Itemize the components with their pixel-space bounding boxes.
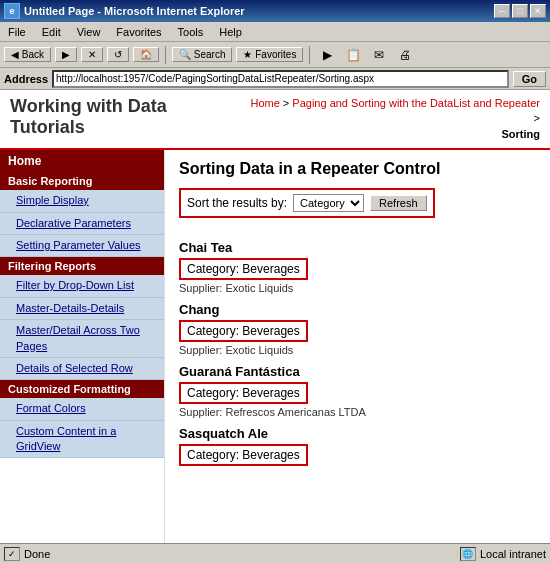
nav-item-format-colors[interactable]: Format Colors — [0, 398, 164, 420]
product-item-chang: Chang Category: Beverages Supplier: Exot… — [179, 302, 536, 356]
search-browser-button[interactable]: 🔍 Search — [172, 47, 232, 62]
print-button[interactable]: 🖨 — [394, 45, 416, 65]
stop-button[interactable]: ✕ — [81, 47, 103, 62]
minimize-button[interactable]: ─ — [494, 4, 510, 18]
toolbar: ◀ Back ▶ ✕ ↺ 🏠 🔍 Search ★ Favorites ▶ 📋 … — [0, 42, 550, 68]
home-browser-button[interactable]: 🏠 — [133, 47, 159, 62]
ie-icon: e — [4, 3, 20, 19]
product-name-chang: Chang — [179, 302, 536, 317]
menu-favorites[interactable]: Favorites — [112, 25, 165, 39]
content-title: Sorting Data in a Repeater Control — [179, 160, 536, 178]
nav-item-simple-display[interactable]: Simple Display — [0, 190, 164, 212]
go-button[interactable]: Go — [513, 71, 546, 87]
status-icon: ✓ — [4, 547, 20, 561]
mail-button[interactable]: ✉ — [368, 45, 390, 65]
content-layout: Home Basic Reporting Simple Display Decl… — [0, 150, 550, 543]
product-category-guarana: Category: Beverages — [179, 382, 308, 404]
breadcrumb-link2[interactable]: Paging and Sorting with the DataList and… — [292, 97, 540, 109]
menu-tools[interactable]: Tools — [174, 25, 208, 39]
favorites-browser-button[interactable]: ★ Favorites — [236, 47, 303, 62]
nav-item-setting-parameter-values[interactable]: Setting Parameter Values — [0, 235, 164, 257]
sort-label: Sort the results by: — [187, 196, 287, 210]
page-header: Working with Data Tutorials Home > Pagin… — [0, 90, 550, 150]
product-item-guarana: Guaraná Fantástica Category: Beverages S… — [179, 364, 536, 418]
site-title: Working with Data Tutorials — [10, 96, 244, 138]
nav-section-formatting[interactable]: Customized Formatting — [0, 380, 164, 398]
nav-item-master-detail-pages[interactable]: Master/Detail Across Two Pages — [0, 320, 164, 358]
status-bar: ✓ Done 🌐 Local intranet — [0, 543, 550, 563]
nav-section-basic-reporting[interactable]: Basic Reporting — [0, 172, 164, 190]
menu-file[interactable]: File — [4, 25, 30, 39]
product-item-chai-tea: Chai Tea Category: Beverages Supplier: E… — [179, 240, 536, 294]
nav-item-filter-dropdown[interactable]: Filter by Drop-Down List — [0, 275, 164, 297]
nav-item-custom-content[interactable]: Custom Content in a GridView — [0, 421, 164, 459]
menu-help[interactable]: Help — [215, 25, 246, 39]
refresh-button[interactable]: Refresh — [370, 195, 427, 211]
sidebar: Home Basic Reporting Simple Display Decl… — [0, 150, 165, 543]
menu-bar: File Edit View Favorites Tools Help — [0, 22, 550, 42]
maximize-button[interactable]: □ — [512, 4, 528, 18]
menu-view[interactable]: View — [73, 25, 105, 39]
breadcrumb-sep2: > — [534, 112, 540, 124]
nav-item-details-selected[interactable]: Details of Selected Row — [0, 358, 164, 380]
toolbar-separator — [165, 46, 166, 64]
window-title: Untitled Page - Microsoft Internet Explo… — [24, 5, 245, 17]
status-text: Done — [24, 548, 50, 560]
product-name-sasquatch: Sasquatch Ale — [179, 426, 536, 441]
title-bar: e Untitled Page - Microsoft Internet Exp… — [0, 0, 550, 22]
refresh-browser-button[interactable]: ↺ — [107, 47, 129, 62]
sort-select[interactable]: Category Name Supplier — [293, 194, 364, 212]
product-item-sasquatch: Sasquatch Ale Category: Beverages — [179, 426, 536, 468]
product-category-chang: Category: Beverages — [179, 320, 308, 342]
product-supplier-chai-tea: Supplier: Exotic Liquids — [179, 282, 536, 294]
address-input[interactable] — [52, 70, 509, 88]
product-name-chai-tea: Chai Tea — [179, 240, 536, 255]
nav-item-master-details[interactable]: Master-Details-Details — [0, 298, 164, 320]
back-button[interactable]: ◀ Back — [4, 47, 51, 62]
product-category-chai-tea: Category: Beverages — [179, 258, 308, 280]
address-bar: Address Go — [0, 68, 550, 90]
breadcrumb-current: Sorting — [502, 128, 541, 140]
product-supplier-chang: Supplier: Exotic Liquids — [179, 344, 536, 356]
nav-home[interactable]: Home — [0, 150, 164, 172]
sort-row: Sort the results by: Category Name Suppl… — [179, 188, 435, 218]
nav-section-filtering[interactable]: Filtering Reports — [0, 257, 164, 275]
breadcrumb-home[interactable]: Home — [250, 97, 279, 109]
product-supplier-guarana: Supplier: Refrescos Americanas LTDA — [179, 406, 536, 418]
toolbar-separator2 — [309, 46, 310, 64]
main-window: Working with Data Tutorials Home > Pagin… — [0, 90, 550, 543]
breadcrumb: Home > Paging and Sorting with the DataL… — [244, 96, 540, 142]
main-content: Sorting Data in a Repeater Control Sort … — [165, 150, 550, 543]
menu-edit[interactable]: Edit — [38, 25, 65, 39]
intranet-text: Local intranet — [480, 548, 546, 560]
forward-button[interactable]: ▶ — [55, 47, 77, 62]
media-button[interactable]: ▶ — [316, 45, 338, 65]
intranet-icon: 🌐 — [460, 547, 476, 561]
address-label: Address — [4, 73, 48, 85]
close-button[interactable]: ✕ — [530, 4, 546, 18]
breadcrumb-sep1: > — [280, 97, 293, 109]
window-controls: ─ □ ✕ — [494, 4, 546, 18]
product-name-guarana: Guaraná Fantástica — [179, 364, 536, 379]
nav-item-declarative-parameters[interactable]: Declarative Parameters — [0, 213, 164, 235]
history-button[interactable]: 📋 — [342, 45, 364, 65]
product-category-sasquatch: Category: Beverages — [179, 444, 308, 466]
